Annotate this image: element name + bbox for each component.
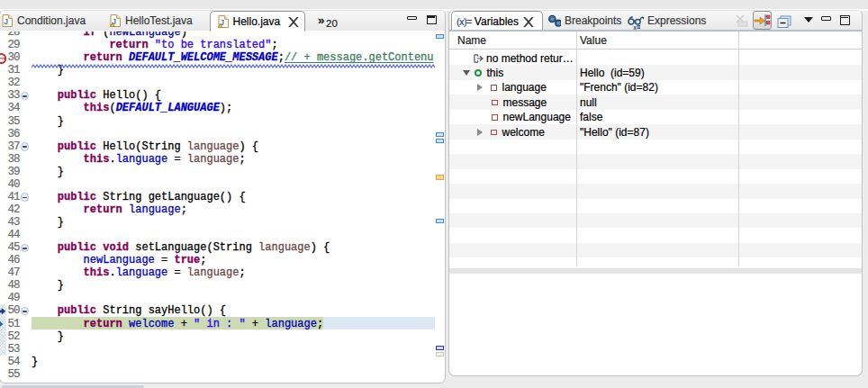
svg-text:J: J: [4, 17, 8, 26]
svg-text:x: x: [633, 24, 637, 31]
